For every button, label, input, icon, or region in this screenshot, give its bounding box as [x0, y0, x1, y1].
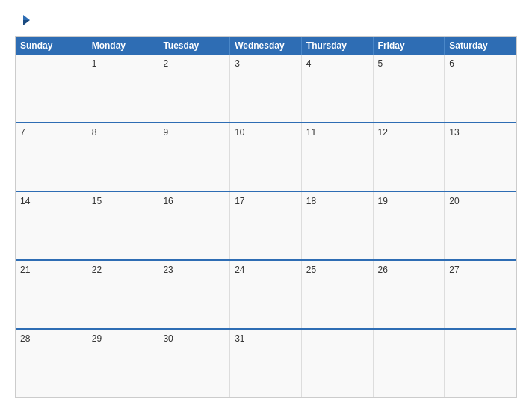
week-row-1: 78910111213	[16, 122, 516, 191]
day-headers-row: SundayMondayTuesdayWednesdayThursdayFrid…	[16, 37, 516, 55]
day-number: 26	[378, 265, 388, 275]
day-cell: 4	[302, 55, 374, 122]
day-number: 22	[92, 265, 102, 275]
logo-flag-icon	[16, 13, 30, 27]
week-row-3: 21222324252627	[16, 259, 516, 328]
day-number: 14	[20, 196, 30, 206]
day-number: 17	[235, 196, 244, 206]
day-cell: 16	[158, 192, 230, 259]
day-number: 19	[378, 196, 388, 206]
day-number: 12	[378, 127, 388, 137]
day-number: 11	[306, 127, 316, 137]
day-cell: 22	[87, 261, 159, 328]
day-number: 5	[378, 58, 383, 69]
day-header-saturday: Saturday	[445, 37, 516, 55]
day-cell	[302, 330, 374, 397]
day-header-monday: Monday	[87, 37, 159, 55]
day-number: 27	[449, 265, 459, 275]
day-number: 18	[306, 196, 316, 206]
day-number: 28	[20, 333, 30, 344]
day-cell: 26	[374, 261, 445, 328]
day-cell: 8	[87, 123, 159, 191]
day-cell: 30	[158, 330, 230, 397]
day-number: 25	[306, 265, 316, 275]
day-header-thursday: Thursday	[302, 37, 374, 55]
day-number: 23	[163, 265, 173, 275]
day-cell: 24	[230, 261, 302, 328]
day-number: 4	[306, 58, 312, 69]
day-cell: 19	[374, 192, 445, 259]
day-cell	[16, 55, 87, 122]
day-cell: 13	[445, 123, 516, 191]
day-cell: 11	[302, 123, 374, 191]
day-header-wednesday: Wednesday	[230, 37, 302, 55]
day-cell: 2	[158, 55, 230, 122]
day-number: 29	[92, 333, 102, 344]
day-number: 6	[449, 58, 454, 69]
day-number: 24	[235, 265, 244, 275]
day-number: 9	[163, 127, 168, 137]
day-cell	[374, 330, 445, 397]
day-cell: 29	[87, 330, 159, 397]
day-number: 20	[449, 196, 459, 206]
day-number: 16	[163, 196, 173, 206]
day-header-tuesday: Tuesday	[158, 37, 230, 55]
day-cell: 9	[158, 123, 230, 191]
week-row-0: 123456	[16, 55, 516, 122]
day-cell: 20	[445, 192, 516, 259]
logo	[15, 13, 30, 28]
svg-marker-0	[23, 15, 30, 20]
day-number: 21	[20, 265, 30, 275]
day-cell: 14	[16, 192, 87, 259]
day-number: 2	[163, 58, 168, 69]
day-header-sunday: Sunday	[16, 37, 87, 55]
week-row-2: 14151617181920	[16, 191, 516, 259]
day-cell: 18	[302, 192, 374, 259]
day-number: 15	[92, 196, 102, 206]
header	[15, 13, 517, 28]
day-number: 1	[92, 58, 97, 69]
day-cell: 17	[230, 192, 302, 259]
day-cell: 1	[87, 55, 159, 122]
day-cell: 28	[16, 330, 87, 397]
week-row-4: 28293031	[16, 328, 516, 397]
day-number: 30	[163, 333, 173, 344]
weeks-container: 1234567891011121314151617181920212223242…	[16, 55, 516, 397]
day-cell: 12	[374, 123, 445, 191]
day-cell: 5	[374, 55, 445, 122]
day-cell: 7	[16, 123, 87, 191]
day-cell: 15	[87, 192, 159, 259]
day-number: 8	[92, 127, 97, 137]
day-cell: 23	[158, 261, 230, 328]
day-cell: 6	[445, 55, 516, 122]
svg-marker-1	[23, 20, 30, 25]
day-number: 31	[235, 333, 244, 344]
day-number: 7	[20, 127, 25, 137]
page: SundayMondayTuesdayWednesdayThursdayFrid…	[0, 0, 532, 411]
day-cell: 25	[302, 261, 374, 328]
day-number: 10	[235, 127, 244, 137]
day-cell: 10	[230, 123, 302, 191]
calendar: SundayMondayTuesdayWednesdayThursdayFrid…	[15, 36, 517, 398]
day-cell: 21	[16, 261, 87, 328]
day-number: 13	[449, 127, 459, 137]
day-number: 3	[235, 58, 240, 69]
day-cell: 3	[230, 55, 302, 122]
day-header-friday: Friday	[374, 37, 445, 55]
day-cell: 31	[230, 330, 302, 397]
day-cell: 27	[445, 261, 516, 328]
day-cell	[445, 330, 516, 397]
